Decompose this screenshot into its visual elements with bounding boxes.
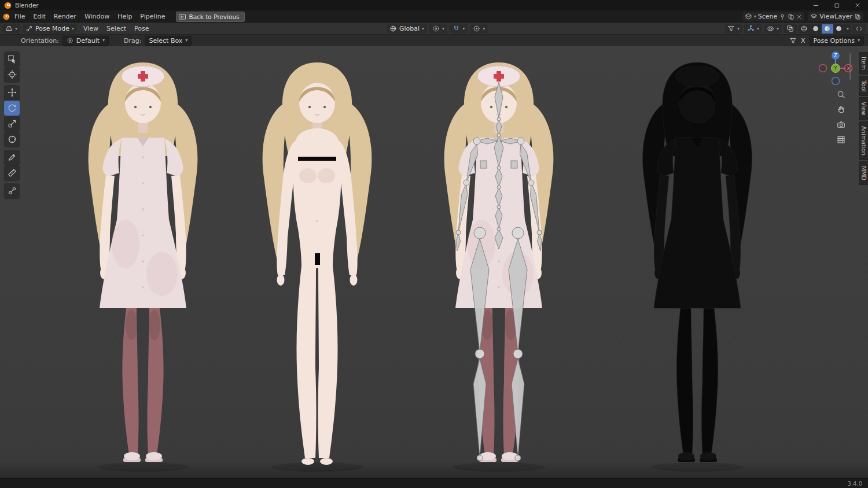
scene-selector[interactable]: ▾ Scene	[742, 12, 805, 21]
close-button[interactable]	[847, 0, 868, 10]
pose-options-dropdown[interactable]: Pose Options ▾	[810, 36, 864, 46]
minimize-button[interactable]	[806, 0, 826, 10]
svg-text:Z: Z	[834, 53, 837, 58]
show-gizmo-dropdown[interactable]: ▾	[744, 24, 762, 34]
transform-tool-icon	[8, 135, 17, 144]
annotate-tool[interactable]	[4, 150, 20, 165]
move-tool[interactable]	[4, 85, 20, 100]
character-nurse-armature[interactable]	[444, 62, 554, 472]
viewlayer-selector[interactable]: ViewLayer	[808, 12, 863, 21]
zoom-button[interactable]	[834, 88, 847, 101]
annotate-tool-icon	[8, 153, 17, 162]
xray-icon	[786, 25, 794, 32]
tool-group	[4, 85, 20, 147]
character-wireframe[interactable]	[643, 62, 752, 472]
pivot-point-dropdown[interactable]: ▾	[429, 24, 447, 34]
shading-solid-button[interactable]	[810, 24, 822, 34]
svg-text:Y: Y	[834, 66, 837, 71]
unlink-scene-icon[interactable]	[796, 14, 802, 20]
snap-magnet-icon	[453, 25, 460, 32]
viewport-editor-icon	[5, 25, 13, 32]
sidebar-tab-animation[interactable]: Animation	[859, 121, 868, 160]
material-sphere-icon	[823, 25, 831, 32]
cursor-tool[interactable]	[4, 67, 20, 82]
menu-render[interactable]: Render	[50, 10, 80, 23]
viewport-menu-select[interactable]: Select	[102, 23, 130, 34]
proportional-editing-icon	[473, 25, 480, 32]
xray-toggle[interactable]	[784, 24, 797, 34]
proportional-editing-dropdown[interactable]: ▾	[470, 24, 488, 34]
back-to-previous-button[interactable]: Back to Previous	[176, 12, 244, 22]
pan-button[interactable]	[834, 103, 847, 116]
orientation-default-value: Default	[76, 37, 100, 45]
sidebar-tab-mmd[interactable]: MMD	[859, 161, 868, 185]
select-box-tool-icon	[8, 54, 17, 64]
overlays-dropdown[interactable]: ▾	[764, 24, 782, 34]
scale-tool[interactable]	[4, 116, 20, 131]
maximize-icon	[834, 2, 840, 9]
viewport-menu-pose[interactable]: Pose	[130, 23, 153, 34]
viewport-3d[interactable]: Z X Y ItemToolViewAnimationMMD	[0, 46, 868, 478]
sidebar-tab-item[interactable]: Item	[859, 52, 868, 75]
chevron-down-icon: ▾	[185, 38, 187, 43]
new-scene-icon[interactable]	[788, 13, 795, 20]
scene-name: Scene	[758, 13, 778, 20]
menu-window[interactable]: Window	[80, 10, 113, 23]
viewlayer-icon	[810, 13, 818, 20]
shading-material-button[interactable]	[822, 24, 833, 34]
tool-filter-icon[interactable]	[789, 37, 797, 45]
gizmo-toggle-icon	[747, 25, 755, 32]
editor-overflow-button[interactable]	[852, 24, 866, 34]
overlays-icon	[767, 25, 774, 32]
chevron-down-icon: ▾	[15, 27, 17, 31]
viewport-menu-view[interactable]: View	[79, 23, 102, 34]
shading-wireframe-button[interactable]	[799, 24, 810, 34]
blender-menu-icon[interactable]	[2, 13, 10, 21]
filter-icon	[727, 25, 735, 32]
character-base-body[interactable]	[263, 62, 372, 472]
mode-dropdown[interactable]: Pose Mode ▾	[23, 24, 77, 34]
sidebar-tab-tool[interactable]: Tool	[859, 76, 868, 96]
x-axis-label[interactable]: X	[801, 37, 806, 45]
menu-file[interactable]: File	[10, 10, 29, 23]
shading-rendered-button[interactable]	[833, 24, 845, 34]
measure-tool[interactable]	[4, 165, 20, 180]
back-arrow-icon	[178, 13, 186, 21]
new-viewlayer-icon[interactable]	[854, 13, 861, 20]
camera-view-button[interactable]	[834, 118, 847, 131]
orientation-default-dropdown[interactable]: Default ▾	[62, 36, 109, 46]
transform-orientation-dropdown[interactable]: Global ▾	[387, 24, 427, 34]
transform-tool[interactable]	[4, 132, 20, 147]
chevron-down-icon[interactable]: ▾	[845, 27, 851, 31]
tool-group	[4, 150, 20, 180]
snap-toggle-dropdown[interactable]: ▾	[450, 24, 468, 34]
pose-options-label: Pose Options	[814, 37, 855, 45]
orientation-label: Orientation:	[21, 37, 59, 45]
viewport-scrollbar[interactable]	[849, 53, 851, 80]
mode-label: Pose Mode	[35, 25, 69, 32]
editor-type-dropdown[interactable]: ▾	[2, 24, 20, 34]
window-controls	[806, 0, 868, 10]
wireframe-sphere-icon	[800, 25, 808, 32]
rotate-tool[interactable]	[4, 101, 20, 116]
character-nurse-clothed[interactable]	[89, 62, 198, 472]
select-box-tool[interactable]	[4, 51, 20, 66]
selectability-dropdown[interactable]: ▾	[724, 24, 742, 34]
maximize-button[interactable]	[826, 0, 847, 10]
pin-icon[interactable]	[779, 13, 786, 20]
hand-icon	[837, 105, 845, 114]
pose-breakdowner-tool[interactable]	[4, 183, 20, 198]
drag-label: Drag:	[124, 37, 141, 45]
chevron-down-icon: ▾	[757, 27, 759, 31]
menu-pipeline[interactable]: Pipeline	[136, 10, 169, 23]
menu-edit[interactable]: Edit	[29, 10, 49, 23]
viewport-nav-buttons	[834, 88, 847, 146]
sidebar-tab-view[interactable]: View	[859, 97, 868, 120]
chevron-down-icon: ▾	[462, 27, 465, 31]
menu-help[interactable]: Help	[113, 10, 136, 23]
drag-mode-dropdown[interactable]: Select Box ▾	[145, 36, 192, 46]
measure-tool-icon	[8, 168, 17, 178]
ortho-toggle-button[interactable]	[834, 133, 847, 146]
navigation-gizmo[interactable]: Z X Y	[817, 50, 854, 87]
drag-value: Select Box	[149, 37, 182, 45]
